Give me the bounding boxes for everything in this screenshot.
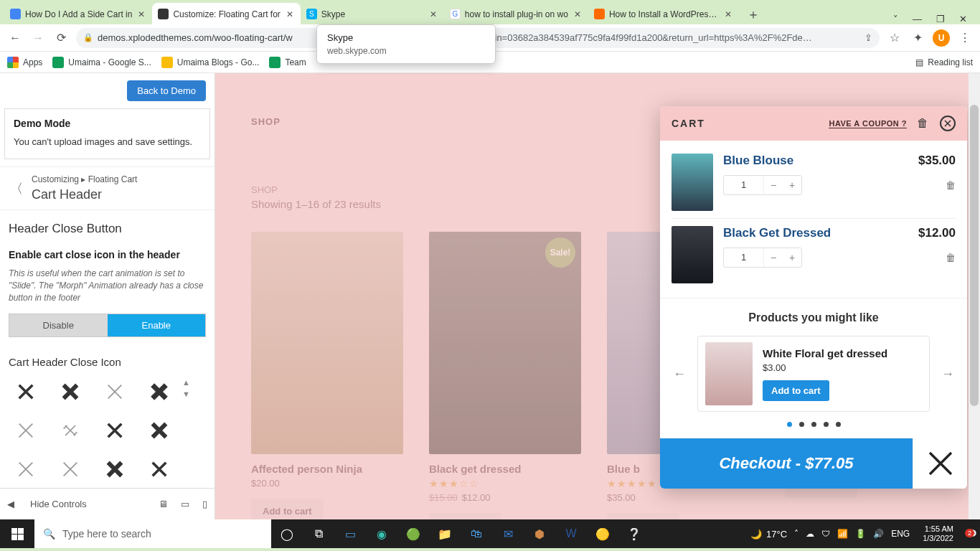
add-to-cart-button[interactable]: Add to cart (429, 513, 501, 519)
device-desktop-icon[interactable]: 🖥 (159, 499, 168, 509)
enable-toggle[interactable]: Disable Enable (9, 314, 206, 337)
apps-button[interactable]: Apps (7, 57, 42, 68)
close-icon[interactable]: ✕ (723, 9, 733, 19)
cart-close-icon[interactable] (940, 116, 956, 131)
remove-item-icon[interactable]: 🗑 (946, 179, 956, 191)
qty-minus-icon[interactable]: − (764, 248, 783, 267)
help-icon[interactable]: ❔ (618, 519, 650, 548)
app-icon[interactable]: ▭ (334, 519, 366, 548)
tray-chevron-icon[interactable]: ˄ (794, 529, 798, 539)
qty-minus-icon[interactable]: − (764, 176, 783, 194)
close-icon[interactable]: ✕ (285, 9, 295, 19)
back-to-demo-button[interactable]: Back to Demo (127, 80, 206, 101)
volume-icon[interactable]: 🔊 (873, 529, 884, 539)
add-to-cart-button[interactable]: Add to cart (251, 499, 324, 519)
qty-stepper[interactable]: 1 − + (723, 175, 802, 195)
suggest-add-button[interactable]: Add to cart (763, 380, 829, 401)
item-name[interactable]: Blue Blouse (723, 154, 793, 168)
carousel-next-icon[interactable]: → (940, 367, 956, 382)
tab-3[interactable]: G how to install plug-in on wo ✕ (444, 3, 588, 24)
profile-avatar[interactable]: U (933, 29, 950, 47)
nav-back-icon[interactable]: ← (7, 30, 23, 46)
bookmark-star-icon[interactable]: ☆ (887, 30, 903, 46)
scroll-up-icon[interactable]: ▲ (182, 378, 190, 387)
bookmark-item[interactable]: Umaima - Google S... (52, 57, 151, 68)
close-icon-choice[interactable] (9, 417, 43, 444)
battery-icon[interactable]: 🔋 (855, 529, 866, 539)
toggle-disable[interactable]: Disable (9, 314, 108, 336)
start-button[interactable] (0, 519, 34, 548)
store-icon[interactable]: 🛍 (461, 519, 492, 548)
close-icon-choice[interactable] (142, 456, 176, 483)
collapse-icon[interactable]: ◀ (7, 499, 14, 509)
extensions-icon[interactable]: ✦ (910, 30, 925, 46)
scroll-down-icon[interactable]: ▼ (182, 390, 190, 398)
weather-widget[interactable]: 🌙17°C (750, 529, 787, 540)
taskbar-search[interactable]: 🔍 Type here to search (34, 519, 271, 548)
device-tablet-icon[interactable]: ▭ (181, 499, 189, 509)
cart-footer-close-icon[interactable] (913, 438, 967, 489)
window-close-icon[interactable]: ✕ (959, 14, 967, 24)
carousel-dots[interactable] (672, 422, 956, 427)
close-icon-choice[interactable] (142, 417, 176, 444)
close-icon-choice[interactable] (9, 456, 43, 483)
remove-item-icon[interactable]: 🗑 (946, 252, 956, 263)
hide-controls-button[interactable]: Hide Controls (30, 499, 87, 509)
preview-scrollbar[interactable] (969, 73, 980, 519)
language-indicator[interactable]: ENG (891, 529, 910, 539)
close-icon-choice[interactable] (9, 378, 43, 405)
qty-value[interactable]: 1 (724, 248, 764, 267)
task-view-icon[interactable]: ⧉ (303, 519, 334, 548)
mail-icon[interactable]: ✉ (492, 519, 524, 548)
carousel-prev-icon[interactable]: ← (672, 367, 687, 382)
edge-icon[interactable]: ◉ (366, 519, 397, 548)
close-icon[interactable]: ✕ (136, 9, 146, 19)
close-icon-choice[interactable] (98, 378, 132, 405)
chrome-icon[interactable]: 🟢 (397, 519, 429, 548)
word-icon[interactable]: W (555, 519, 587, 548)
product-card[interactable]: Affected person Ninja $20.00 Add to cart (251, 232, 403, 519)
new-tab-button[interactable]: ＋ (743, 4, 763, 24)
bookmark-item[interactable]: Team (269, 57, 306, 68)
share-icon[interactable]: ⇪ (864, 32, 872, 43)
kebab-menu-icon[interactable]: ⋮ (957, 30, 973, 46)
chrome-running-icon[interactable]: 🟡 (587, 519, 618, 548)
device-mobile-icon[interactable]: ▯ (202, 499, 207, 509)
close-icon-choice[interactable] (98, 456, 132, 483)
qty-value[interactable]: 1 (724, 176, 764, 194)
bookmark-item[interactable]: Umaima Blogs - Go... (161, 57, 260, 68)
close-icon-choice[interactable] (53, 417, 88, 444)
tab-1[interactable]: Customize: Floating Cart for ✕ (152, 3, 300, 24)
tab-2[interactable]: S Skype ✕ (301, 3, 444, 24)
item-name[interactable]: Black Get Dressed (723, 226, 831, 240)
onedrive-icon[interactable]: ☁ (806, 529, 814, 539)
breadcrumb-back-icon[interactable]: 〈 (10, 180, 23, 197)
qty-stepper[interactable]: 1 − + (723, 248, 802, 268)
toggle-enable[interactable]: Enable (108, 314, 206, 336)
close-icon[interactable]: ✕ (428, 9, 438, 19)
close-icon-choice[interactable] (142, 378, 176, 405)
qty-plus-icon[interactable]: + (783, 176, 801, 194)
notifications-icon[interactable]: 💬 (966, 529, 977, 539)
trash-icon[interactable]: 🗑 (917, 117, 930, 130)
cortana-icon[interactable]: ◯ (271, 519, 303, 548)
qty-plus-icon[interactable]: + (783, 248, 801, 267)
taskbar-clock[interactable]: 1:55 AM 1/3/2022 (917, 524, 959, 542)
network-icon[interactable]: 📶 (837, 529, 848, 539)
suggest-card[interactable]: White Floral get dressed $3.00 Add to ca… (697, 336, 930, 412)
tab-0[interactable]: How Do I Add a Side Cart in ✕ (4, 3, 152, 24)
close-icon[interactable]: ✕ (573, 9, 583, 19)
app-icon[interactable]: ⬢ (524, 519, 555, 548)
add-to-cart-button[interactable]: Add to cart (607, 513, 679, 519)
close-icon-choice[interactable] (98, 417, 132, 444)
close-icon-choice[interactable] (53, 456, 88, 483)
window-minimize-icon[interactable]: — (913, 14, 922, 24)
nav-reload-icon[interactable]: ⟳ (53, 30, 69, 46)
checkout-button[interactable]: Checkout - $77.05 (660, 438, 913, 489)
reading-list-button[interactable]: ▤Reading list (915, 57, 973, 67)
security-icon[interactable]: 🛡 (821, 529, 830, 539)
product-card[interactable]: Sale! Black get dressed ★★★☆☆ $15.00$12.… (429, 232, 581, 519)
chrome-menu-caret-icon[interactable]: ˅ (893, 14, 898, 24)
window-maximize-icon[interactable]: ❐ (936, 14, 945, 24)
tab-4[interactable]: How to Install a WordPress P ✕ (588, 3, 739, 24)
